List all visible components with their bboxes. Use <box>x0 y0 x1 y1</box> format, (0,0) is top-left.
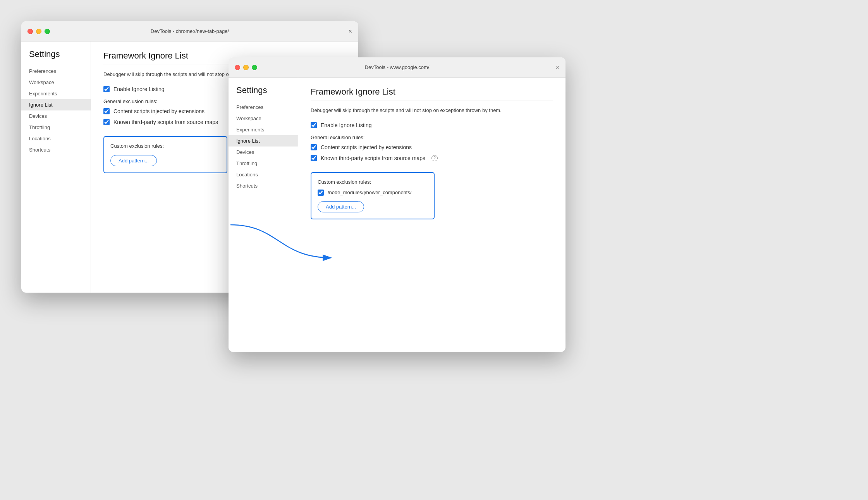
sidebar-item-shortcuts-1[interactable]: Shortcuts <box>21 144 91 155</box>
sidebar-item-ignorelist-1[interactable]: Ignore List <box>21 99 91 110</box>
close-button-2[interactable] <box>235 65 240 70</box>
maximize-button-2[interactable] <box>252 65 257 70</box>
sidebar-heading-2: Settings <box>229 85 298 102</box>
add-pattern-button-2[interactable]: Add pattern... <box>318 201 364 212</box>
enable-checkbox-1[interactable] <box>103 86 110 92</box>
window-close-x-2[interactable]: × <box>556 64 559 71</box>
custom-rules-box-1: Custom exclusion rules: Add pattern... <box>103 136 227 173</box>
enable-label-2[interactable]: Enable Ignore Listing <box>311 122 372 128</box>
sidebar-item-shortcuts-2[interactable]: Shortcuts <box>229 180 298 191</box>
sidebar-item-locations-2[interactable]: Locations <box>229 169 298 180</box>
main-content-2: Framework Ignore List Debugger will skip… <box>298 78 565 352</box>
window-2: DevTools - www.google.com/ × Settings Pr… <box>229 57 565 352</box>
sidebar-item-devices-2[interactable]: Devices <box>229 147 298 158</box>
custom-rules-label-1: Custom exclusion rules: <box>110 143 220 149</box>
custom-rule1-checkbox-2[interactable] <box>318 190 324 196</box>
custom-rule1-row-2: /node_modules/|/bower_components/ <box>318 190 428 196</box>
rule2-checkbox-2[interactable] <box>311 155 317 161</box>
sidebar-item-preferences-2[interactable]: Preferences <box>229 102 298 113</box>
custom-rule1-text-2: /node_modules/|/bower_components/ <box>328 190 412 195</box>
enable-label-1[interactable]: Enable Ignore Listing <box>103 86 165 92</box>
sidebar-item-workspace-1[interactable]: Workspace <box>21 77 91 88</box>
titlebar-2: DevTools - www.google.com/ × <box>229 57 565 78</box>
devtools-body-2: Settings Preferences Workspace Experimen… <box>229 78 565 352</box>
window-controls-1 <box>28 29 50 34</box>
add-pattern-button-1[interactable]: Add pattern... <box>110 155 157 166</box>
sidebar-item-workspace-2[interactable]: Workspace <box>229 113 298 124</box>
divider-2 <box>311 100 553 100</box>
sidebar-item-throttling-2[interactable]: Throttling <box>229 158 298 169</box>
titlebar-1: DevTools - chrome://new-tab-page/ × <box>21 21 358 41</box>
minimize-button-2[interactable] <box>243 65 249 70</box>
rule1-label-2[interactable]: Content scripts injected by extensions <box>311 144 412 150</box>
rule1-checkbox-1[interactable] <box>103 108 110 114</box>
sidebar-2: Settings Preferences Workspace Experimen… <box>229 78 298 352</box>
sidebar-item-ignorelist-2[interactable]: Ignore List <box>229 135 298 147</box>
rule1-row-2: Content scripts injected by extensions <box>311 144 553 150</box>
sidebar-item-locations-1[interactable]: Locations <box>21 133 91 144</box>
window-close-x-1[interactable]: × <box>349 28 352 34</box>
rule2-row-2: Known third-party scripts from source ma… <box>311 155 553 161</box>
window-controls-2 <box>235 65 257 70</box>
window-title-1: DevTools - chrome://new-tab-page/ <box>151 28 229 34</box>
sidebar-item-devices-1[interactable]: Devices <box>21 110 91 122</box>
minimize-button-1[interactable] <box>36 29 41 34</box>
sidebar-item-experiments-1[interactable]: Experiments <box>21 88 91 99</box>
sidebar-item-preferences-1[interactable]: Preferences <box>21 66 91 77</box>
custom-rules-box-2: Custom exclusion rules: /node_modules/|/… <box>311 172 435 219</box>
custom-rules-label-2: Custom exclusion rules: <box>318 179 428 185</box>
sidebar-item-experiments-2[interactable]: Experiments <box>229 124 298 135</box>
enable-checkbox-2[interactable] <box>311 122 317 128</box>
rule2-label-2[interactable]: Known third-party scripts from source ma… <box>311 155 438 161</box>
sidebar-item-throttling-1[interactable]: Throttling <box>21 122 91 133</box>
section-title-2: Framework Ignore List <box>311 87 553 97</box>
sidebar-1: Settings Preferences Workspace Experimen… <box>21 41 91 293</box>
window-title-2: DevTools - www.google.com/ <box>365 64 430 70</box>
rule2-checkbox-1[interactable] <box>103 119 110 125</box>
rule2-label-1[interactable]: Known third-party scripts from source ma… <box>103 119 218 125</box>
description-2: Debugger will skip through the scripts a… <box>311 107 553 114</box>
general-rules-title-2: General exclusion rules: <box>311 134 553 140</box>
help-icon-2[interactable]: ? <box>431 155 438 161</box>
rule1-checkbox-2[interactable] <box>311 144 317 150</box>
enable-row-2: Enable Ignore Listing <box>311 122 553 128</box>
maximize-button-1[interactable] <box>45 29 50 34</box>
close-button-1[interactable] <box>28 29 33 34</box>
rule1-label-1[interactable]: Content scripts injected by extensions <box>103 108 205 114</box>
sidebar-heading-1: Settings <box>21 49 91 66</box>
